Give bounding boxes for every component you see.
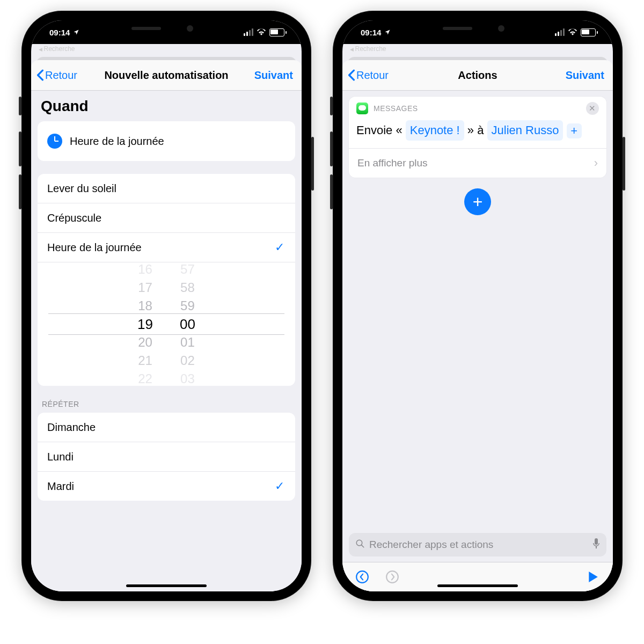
option-label: Heure de la journée [47, 241, 142, 254]
back-label: Retour [356, 69, 389, 82]
content-right: MESSAGES ✕ Envoie « Keynote ! » à Julien… [342, 90, 613, 591]
next-button[interactable]: Suivant [254, 69, 293, 82]
svg-line-1 [362, 545, 364, 547]
notch [110, 20, 223, 36]
phone-right: 09:14 Recherche Retour [333, 11, 623, 601]
phone-left: 09:14 Recherche Retour [21, 11, 311, 601]
location-icon [73, 28, 79, 37]
day-label: Mardi [47, 480, 74, 493]
redo-button[interactable] [384, 569, 400, 585]
search-field[interactable]: Rechercher apps et actions [349, 533, 606, 557]
back-to-app[interactable]: Recherche [350, 45, 386, 53]
status-time: 09:14 [49, 28, 70, 37]
next-button[interactable]: Suivant [566, 69, 604, 82]
nav-bar: Retour Actions Suivant [342, 60, 613, 91]
back-button[interactable]: Retour [348, 69, 389, 82]
recipient-token[interactable]: Julien Russo [487, 120, 564, 141]
close-icon[interactable]: ✕ [586, 102, 599, 115]
back-label: Retour [45, 69, 77, 82]
day-monday[interactable]: Lundi [38, 442, 295, 471]
battery-icon [269, 28, 287, 36]
svg-rect-2 [595, 538, 598, 545]
days-card: Dimanche Lundi Mardi ✓ [38, 413, 295, 501]
option-label: Crépuscule [47, 212, 101, 224]
text-mid: » à [467, 123, 487, 137]
messages-app-icon [356, 103, 368, 114]
day-sunday[interactable]: Dimanche [38, 413, 295, 442]
battery-icon [581, 28, 598, 36]
cellular-icon [244, 28, 253, 36]
wifi-icon [257, 28, 266, 37]
minute-wheel[interactable]: 57 58 59 00 01 02 03 [180, 262, 195, 386]
svg-rect-3 [596, 546, 597, 548]
cellular-icon [555, 28, 565, 36]
option-time-of-day[interactable]: Heure de la journée ✓ [38, 232, 295, 262]
svg-point-4 [356, 571, 368, 583]
action-sentence: Envoie « Keynote ! » à Julien Russo + [349, 117, 606, 148]
option-sunset[interactable]: Crépuscule [38, 203, 295, 232]
wifi-icon [568, 28, 577, 37]
message-token[interactable]: Keynote ! [406, 120, 464, 141]
hour-wheel[interactable]: 16 17 18 19 20 21 22 [137, 262, 153, 386]
action-card: MESSAGES ✕ Envoie « Keynote ! » à Julien… [349, 97, 606, 178]
back-button[interactable]: Retour [36, 69, 77, 82]
more-label: En afficher plus [357, 157, 428, 169]
add-recipient-button[interactable]: + [567, 123, 582, 138]
add-action-button[interactable]: + [464, 188, 491, 215]
repeat-header: RÉPÉTER [42, 400, 291, 408]
day-tuesday[interactable]: Mardi ✓ [38, 471, 295, 501]
dictation-icon[interactable] [592, 538, 600, 552]
svg-point-5 [386, 571, 398, 583]
content-left: Quand Heure de la journée Lever du solei… [31, 90, 302, 591]
nav-title: Actions [458, 69, 497, 82]
selected-option-card: Heure de la journée [38, 121, 295, 161]
notch [421, 20, 534, 36]
selected-option-label: Heure de la journée [70, 135, 164, 148]
play-button[interactable] [585, 569, 601, 585]
option-label: Lever du soleil [47, 182, 116, 195]
option-sunrise[interactable]: Lever du soleil [38, 174, 295, 203]
app-label: MESSAGES [374, 104, 418, 113]
time-picker[interactable]: 16 17 18 19 20 21 22 57 58 59 00 [38, 262, 295, 386]
day-label: Lundi [47, 451, 74, 463]
check-icon: ✓ [275, 240, 284, 254]
check-icon: ✓ [275, 479, 284, 493]
undo-button[interactable] [354, 569, 370, 585]
status-time: 09:14 [361, 28, 381, 37]
clock-icon [47, 134, 62, 149]
show-more-row[interactable]: En afficher plus › [349, 148, 606, 178]
day-label: Dimanche [47, 421, 96, 434]
section-when: Quand [41, 98, 292, 115]
options-card: Lever du soleil Crépuscule Heure de la j… [38, 174, 295, 386]
time-of-day-row[interactable]: Heure de la journée [38, 121, 295, 161]
text-prefix: Envoie « [356, 123, 406, 137]
home-indicator[interactable] [437, 584, 518, 587]
search-placeholder: Rechercher apps et actions [369, 539, 588, 551]
nav-title: Nouvelle automatisation [104, 69, 228, 82]
back-to-app[interactable]: Recherche [39, 45, 75, 53]
nav-bar: Retour Nouvelle automatisation Suivant [31, 60, 302, 91]
chevron-right-icon: › [594, 156, 598, 170]
home-indicator[interactable] [126, 584, 207, 587]
location-icon [384, 28, 391, 37]
search-icon [355, 539, 365, 551]
